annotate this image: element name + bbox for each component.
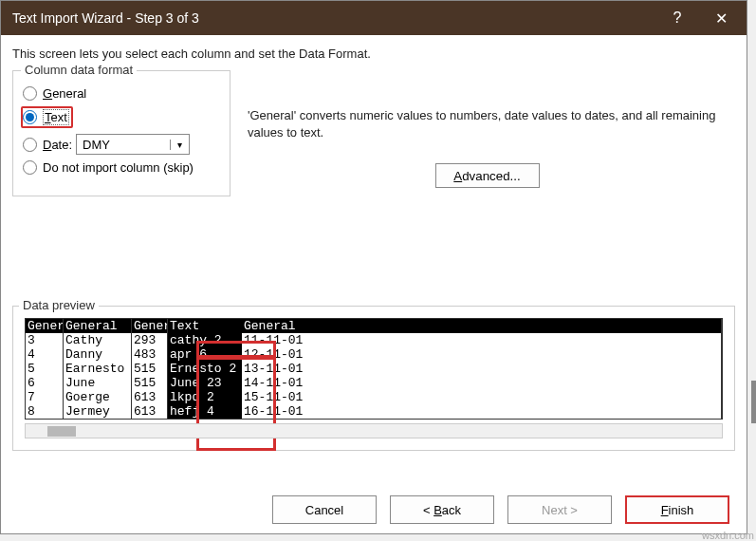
radio-skip[interactable]: Do not import column (skip) [23, 160, 220, 175]
watermark: wsxdn.com [702, 530, 754, 541]
radio-text[interactable]: Text [23, 106, 220, 128]
chevron-down-icon: ▾ [170, 140, 189, 150]
preview-grid[interactable]: Gener General Gener Text General 3Cathy2… [25, 318, 723, 420]
column-format-legend: Column data format [21, 63, 137, 77]
content-area: This screen lets you select each column … [1, 35, 747, 204]
close-button[interactable]: ✕ [699, 1, 743, 35]
table-row[interactable]: 5Earnesto515Ernesto 213-11-01 [26, 362, 722, 376]
resize-handle[interactable] [751, 381, 756, 423]
titlebar: Text Import Wizard - Step 3 of 3 ? ✕ [1, 1, 747, 35]
preview-fieldset: Data preview Gener General Gener Text Ge… [12, 306, 735, 451]
preview-legend: Data preview [19, 298, 99, 312]
info-text: 'General' converts numeric values to num… [248, 107, 727, 140]
horizontal-scrollbar[interactable] [25, 423, 723, 438]
radio-general[interactable]: General [23, 86, 220, 101]
grid-body: 3Cathy293cathy 211-11-014Danny483apr 612… [26, 333, 722, 419]
finish-button[interactable]: Finish [625, 495, 729, 524]
table-row[interactable]: 8Jermey613hefj 416-11-01 [26, 404, 722, 419]
radio-text-input[interactable] [23, 110, 37, 124]
scrollbar-thumb[interactable] [47, 426, 76, 437]
grid-header: Gener General Gener Text General [26, 319, 722, 333]
help-button[interactable]: ? [655, 1, 699, 35]
column-format-group: Column data format General Text Date: DM… [12, 70, 230, 196]
date-format-select[interactable]: DMY ▾ [76, 134, 190, 155]
radio-date[interactable]: Date: DMY ▾ [23, 134, 220, 155]
table-row[interactable]: 6June515June 2314-11-01 [26, 376, 722, 390]
dialog-window: Text Import Wizard - Step 3 of 3 ? ✕ Thi… [0, 0, 747, 534]
radio-skip-input[interactable] [23, 160, 37, 175]
radio-general-input[interactable] [23, 86, 37, 101]
table-row[interactable]: 3Cathy293cathy 211-11-01 [26, 333, 722, 347]
description-text: This screen lets you select each column … [12, 47, 735, 61]
button-bar: Cancel < Back Next > Finish [1, 495, 747, 524]
table-row[interactable]: 7Goerge613lkpd 215-11-01 [26, 390, 722, 404]
back-button[interactable]: < Back [390, 495, 494, 524]
window-title: Text Import Wizard - Step 3 of 3 [12, 10, 655, 26]
table-row[interactable]: 4Danny483apr 612-11-01 [26, 347, 722, 362]
radio-date-input[interactable] [23, 138, 37, 152]
advanced-button[interactable]: Advanced... [435, 163, 540, 188]
info-panel: 'General' converts numeric values to num… [248, 107, 727, 188]
preview-area: Data preview Gener General Gener Text Ge… [12, 306, 735, 451]
cancel-button[interactable]: Cancel [272, 495, 377, 524]
next-button: Next > [507, 495, 612, 524]
